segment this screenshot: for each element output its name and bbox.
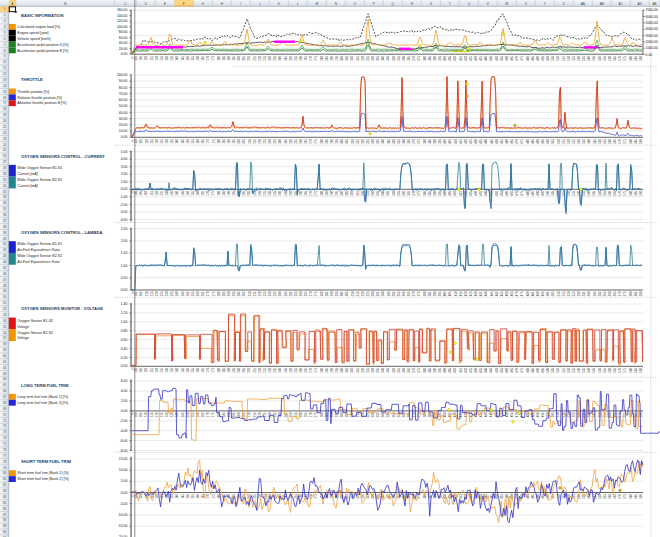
svg-text:225: 225 <box>263 139 267 144</box>
svg-text:260: 260 <box>299 412 303 417</box>
svg-text:565: 565 <box>613 494 617 499</box>
svg-text:35: 35 <box>3 207 7 211</box>
svg-text:355: 355 <box>397 139 401 144</box>
svg-text:140.00: 140.00 <box>117 14 127 18</box>
svg-text:105: 105 <box>139 291 143 296</box>
svg-text:585: 585 <box>634 367 638 372</box>
svg-text:60.00: 60.00 <box>119 98 128 102</box>
svg-text:460: 460 <box>505 291 509 296</box>
svg-text:200: 200 <box>237 367 241 372</box>
svg-text:195: 195 <box>232 367 236 372</box>
svg-text:560: 560 <box>608 494 612 499</box>
svg-text:535: 535 <box>582 190 586 195</box>
svg-text:5000.00: 5000.00 <box>646 21 658 25</box>
svg-text:395: 395 <box>438 367 442 372</box>
svg-text:260: 260 <box>299 139 303 144</box>
svg-text:355: 355 <box>397 190 401 195</box>
svg-text:5.00: 5.00 <box>121 479 128 483</box>
svg-text:Voltage: Voltage <box>17 336 29 340</box>
svg-text:215: 215 <box>253 412 257 417</box>
svg-text:510: 510 <box>557 412 561 417</box>
svg-text:480: 480 <box>526 291 530 296</box>
svg-text:145: 145 <box>181 291 185 296</box>
svg-text:180: 180 <box>217 190 221 195</box>
svg-text:20: 20 <box>3 119 7 123</box>
svg-text:210: 210 <box>248 190 252 195</box>
svg-text:130: 130 <box>165 139 169 144</box>
svg-text:4000.00: 4000.00 <box>646 27 658 31</box>
svg-text:52: 52 <box>3 307 7 311</box>
svg-text:585: 585 <box>634 56 638 61</box>
svg-text:430: 430 <box>474 367 478 372</box>
svg-text:590: 590 <box>639 56 643 61</box>
svg-text:400: 400 <box>443 56 447 61</box>
svg-text:72: 72 <box>3 424 7 428</box>
svg-text:Wide Oxygen Sensor B2-S1: Wide Oxygen Sensor B2-S1 <box>17 254 62 258</box>
svg-text:375: 375 <box>417 190 421 195</box>
svg-text:465: 465 <box>510 291 514 296</box>
svg-text:380: 380 <box>423 139 427 144</box>
svg-text:215: 215 <box>253 56 257 61</box>
svg-text:L: L <box>297 2 299 6</box>
svg-text:87: 87 <box>3 513 7 517</box>
svg-text:370: 370 <box>412 190 416 195</box>
svg-text:390: 390 <box>433 56 437 61</box>
svg-text:445: 445 <box>490 291 494 296</box>
svg-text:210: 210 <box>248 56 252 61</box>
svg-text:275: 275 <box>314 139 318 144</box>
svg-text:64: 64 <box>3 377 7 381</box>
svg-text:475: 475 <box>520 367 524 372</box>
svg-text:12: 12 <box>3 72 7 76</box>
svg-text:265: 265 <box>304 56 308 61</box>
svg-text:395: 395 <box>438 190 442 195</box>
svg-text:475: 475 <box>520 190 524 195</box>
svg-text:400: 400 <box>443 367 447 372</box>
svg-text:410: 410 <box>454 291 458 296</box>
svg-text:285: 285 <box>325 190 329 195</box>
svg-text:365: 365 <box>407 190 411 195</box>
svg-text:455: 455 <box>500 56 504 61</box>
svg-text:520: 520 <box>567 139 571 144</box>
svg-text:125: 125 <box>160 291 164 296</box>
svg-text:405: 405 <box>448 56 452 61</box>
svg-text:120: 120 <box>155 367 159 372</box>
svg-text:315: 315 <box>356 367 360 372</box>
svg-text:85: 85 <box>3 501 7 505</box>
svg-text:435: 435 <box>479 139 483 144</box>
svg-text:285: 285 <box>325 291 329 296</box>
svg-text:310: 310 <box>351 291 355 296</box>
svg-text:115: 115 <box>150 56 154 61</box>
svg-text:175: 175 <box>212 494 216 499</box>
svg-text:54: 54 <box>3 319 7 323</box>
svg-text:455: 455 <box>500 367 504 372</box>
svg-text:535: 535 <box>582 139 586 144</box>
svg-text:240: 240 <box>278 139 282 144</box>
svg-text:415: 415 <box>459 56 463 61</box>
svg-text:555: 555 <box>603 139 607 144</box>
svg-text:360: 360 <box>402 190 406 195</box>
svg-text:125: 125 <box>160 412 164 417</box>
svg-text:505: 505 <box>551 367 555 372</box>
svg-text:105: 105 <box>139 139 143 144</box>
svg-text:410: 410 <box>454 56 458 61</box>
svg-text:565: 565 <box>613 291 617 296</box>
svg-text:220: 220 <box>258 190 262 195</box>
svg-text:250: 250 <box>289 56 293 61</box>
svg-text:1000.00: 1000.00 <box>646 46 658 50</box>
svg-text:390: 390 <box>433 190 437 195</box>
svg-text:0.20: 0.20 <box>121 356 128 360</box>
svg-text:460: 460 <box>505 494 509 499</box>
svg-text:530: 530 <box>577 367 581 372</box>
svg-text:310: 310 <box>351 367 355 372</box>
svg-text:560: 560 <box>608 139 612 144</box>
svg-text:155: 155 <box>191 190 195 195</box>
svg-text:50.00: 50.00 <box>119 104 128 108</box>
svg-text:480: 480 <box>526 412 530 417</box>
svg-text:260: 260 <box>299 367 303 372</box>
svg-text:170: 170 <box>206 190 210 195</box>
svg-text:435: 435 <box>479 367 483 372</box>
svg-text:155: 155 <box>191 56 195 61</box>
svg-text:310: 310 <box>351 190 355 195</box>
svg-text:100.00: 100.00 <box>117 25 127 29</box>
svg-text:16: 16 <box>3 96 7 100</box>
